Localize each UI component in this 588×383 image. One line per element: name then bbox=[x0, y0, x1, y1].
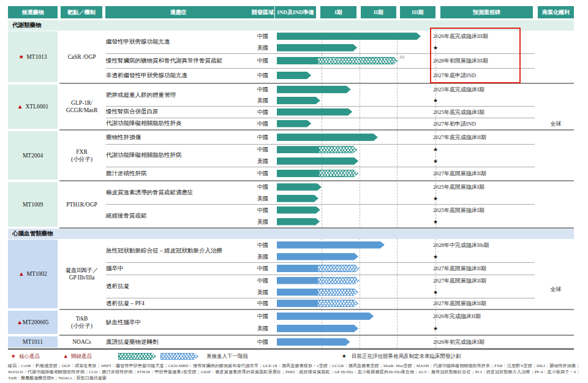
target-cell-MT1013: CaSR /OGP bbox=[61, 31, 102, 83]
candidate-code: MT1011 bbox=[23, 339, 43, 345]
column-header-region: 開發區域 bbox=[251, 6, 274, 18]
phase-bar bbox=[277, 300, 358, 307]
candidate-cell-MT1013: ★MT1013 bbox=[8, 31, 58, 82]
region-label: 中國 bbox=[251, 313, 274, 320]
candidate-code: MT200605 bbox=[23, 319, 49, 325]
target-line: 凝血II因子／ bbox=[66, 267, 99, 274]
phase-bar bbox=[277, 86, 351, 93]
milestone-star-icon: ★ bbox=[433, 218, 438, 226]
region-label: 中國 bbox=[251, 207, 274, 214]
region-label: 中國 bbox=[251, 108, 274, 116]
evaluation-note-label: 目前正在評估競爭格局及制定未來臨床開發計劃 bbox=[352, 352, 461, 360]
column-header-commercial-rights: 商業化權利 bbox=[538, 6, 574, 18]
indication-label: 急性冠狀動脈綜合征－經皮冠狀動脈介入治療 bbox=[106, 239, 251, 262]
indication-label: 糖皮質激素誘導的骨質疏鬆適應症 bbox=[106, 181, 251, 204]
milestone-text: 2027年底開展臨床II期 bbox=[433, 170, 531, 177]
region-label: 中國 bbox=[251, 277, 274, 284]
phase-bar-hatched-segment bbox=[318, 170, 358, 177]
milestone-star-icon: ★ bbox=[433, 289, 438, 296]
commercial-rights-value: 全球 bbox=[538, 286, 574, 293]
column-header-phase-2: II期 bbox=[361, 6, 396, 18]
milestone-text: 2027年底開展臨床II期 bbox=[433, 265, 531, 272]
candidate-cell-MT1009: MT1009 bbox=[8, 182, 58, 227]
indication-label: 透析抗凝 bbox=[106, 275, 251, 298]
target-cell-MT2004: FXR(小分子) bbox=[61, 131, 102, 180]
indication-label: 缺血性腦卒中 bbox=[106, 310, 251, 335]
blue-hatched-arrow-icon bbox=[160, 353, 198, 360]
region-label: 中國 bbox=[251, 170, 274, 177]
phase-bar bbox=[277, 265, 360, 272]
core-product-label: 核心產品 bbox=[19, 352, 40, 360]
candidate-cell-XTL6001: ▲XTL6001 bbox=[8, 85, 58, 129]
region-label: 美國 bbox=[251, 218, 274, 226]
milestone-text: 2026年初完成臨床I期 bbox=[433, 338, 531, 346]
milestone-star-icon: ★ bbox=[433, 97, 438, 104]
candidate-code: XTL6001 bbox=[25, 104, 48, 110]
candidate-code: MT2004 bbox=[23, 153, 43, 159]
bar-footnote-marker: (1) bbox=[400, 55, 404, 59]
region-label: 美國 bbox=[251, 44, 274, 51]
phase-bar-hatched-segment bbox=[317, 57, 398, 64]
phase-bar-solid-segment bbox=[277, 170, 318, 177]
milestone-star-icon: ★ bbox=[433, 157, 438, 165]
core-product-star-icon: ★ bbox=[11, 352, 16, 360]
region-label: 美國 bbox=[251, 97, 274, 104]
evaluation-star-icon: ★ bbox=[342, 352, 347, 360]
phase-bar-hatched-segment bbox=[318, 146, 357, 153]
target-line: CaSR /OGP bbox=[67, 53, 96, 61]
region-label: 美國 bbox=[251, 253, 274, 260]
indication-label: 慢性腎病合併蛋白尿 bbox=[106, 106, 251, 118]
column-header-phase-1: I期 bbox=[320, 6, 356, 18]
column-header-ind-prep: IND及IND準備 bbox=[275, 6, 316, 18]
phase-bar bbox=[277, 241, 385, 249]
target-cell-MT1002: 凝血II因子／GP IIb/IIIa bbox=[61, 239, 102, 309]
green-hatched-arrow-icon bbox=[118, 353, 156, 360]
target-line: GLP-1R/ bbox=[71, 99, 92, 107]
indication-label: 非透析繼發性甲狀旁腺功能亢進 bbox=[106, 68, 251, 83]
phase-bar bbox=[277, 218, 320, 226]
milestone-star-icon: ★ bbox=[433, 253, 438, 260]
phase-bar bbox=[277, 195, 318, 202]
phase-bar bbox=[277, 253, 358, 260]
region-label: 中國 bbox=[251, 241, 274, 249]
key-product-icon: ▲ bbox=[17, 104, 23, 110]
phase-bar-solid-segment bbox=[277, 146, 318, 153]
candidate-cell-MT200605: ▲MT200605 bbox=[8, 311, 58, 334]
target-cell-MT1011: NOACs bbox=[61, 336, 102, 348]
phase-bar bbox=[277, 313, 374, 320]
indication-label: 絕經後骨質疏鬆 bbox=[106, 204, 251, 227]
target-line: (小分子) bbox=[71, 322, 92, 330]
section-header-cardio: 心腦血管類藥物 bbox=[8, 229, 574, 239]
target-cell-MT1009: PTH1R/OGP bbox=[61, 181, 102, 227]
phase-bar bbox=[277, 170, 358, 177]
column-header-target-mechanism: 靶點／機制 bbox=[61, 6, 102, 18]
region-label: 中國 bbox=[251, 300, 274, 307]
key-product-label: 關鍵產品 bbox=[71, 352, 92, 360]
target-cell-XTL6001: GLP-1R/GCGR/MasR bbox=[61, 84, 102, 129]
core-product-icon: ★ bbox=[19, 53, 24, 60]
target-line: PTH1R/OGP bbox=[66, 201, 97, 208]
region-label: 中國 bbox=[251, 146, 274, 153]
region-label: 中國 bbox=[251, 57, 274, 64]
indication-label: 膽汁淤積性肝病 bbox=[106, 167, 251, 180]
milestone-star-icon: ★ bbox=[433, 325, 438, 332]
phase-bar bbox=[277, 338, 350, 346]
phase-bar bbox=[277, 134, 378, 141]
phase-bar-hatched-segment bbox=[317, 300, 358, 307]
target-line: (小分子) bbox=[71, 156, 92, 163]
phase-bar-solid-segment bbox=[277, 57, 317, 64]
region-label: 中國 bbox=[251, 86, 274, 93]
region-label: 中國 bbox=[251, 134, 274, 141]
phase-bar bbox=[277, 32, 421, 40]
column-header-milestone: 預測里程碑 bbox=[440, 6, 533, 18]
column-header-phase-3: III期 bbox=[400, 6, 435, 18]
direct-next-stage-label: 直接進入下一階段 bbox=[206, 352, 248, 360]
region-label: 中國 bbox=[251, 72, 274, 79]
clinical-pipeline-figure: 候選藥物靶點／機制適應症開發區域IND及IND準備I期II期III期預測里程碑商… bbox=[0, 0, 588, 383]
indication-label: 腦卒中 bbox=[106, 262, 251, 275]
indication-label: 肥胖或超重人群的體重管理 bbox=[106, 84, 251, 106]
phase-bar-solid-segment bbox=[277, 265, 317, 272]
milestone-text: 2026年完成臨床II期 bbox=[433, 313, 531, 320]
phase-bar bbox=[277, 72, 311, 79]
indication-label: 代謝功能障礙相關脂肪性肝病 bbox=[106, 144, 251, 167]
